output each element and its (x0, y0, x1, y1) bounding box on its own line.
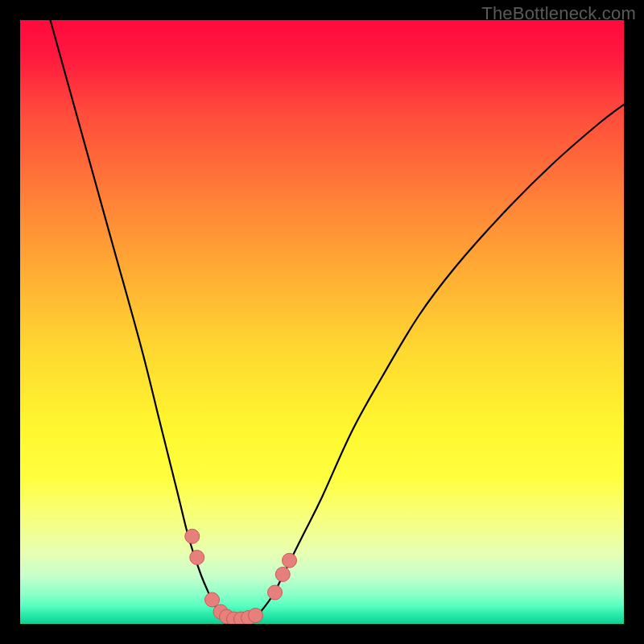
curve-marker (249, 609, 263, 623)
curve-marker (205, 592, 220, 607)
watermark-text: TheBottleneck.com (481, 3, 636, 24)
plot-area (20, 20, 624, 624)
bottleneck-curve (51, 20, 625, 621)
chart-frame: TheBottleneck.com (0, 0, 644, 644)
curve-marker (268, 585, 283, 600)
bottleneck-curve-svg (20, 20, 624, 624)
curve-marker (185, 529, 200, 543)
curve-marker (283, 553, 297, 568)
curve-marker (190, 551, 204, 565)
curve-marker (275, 568, 290, 582)
